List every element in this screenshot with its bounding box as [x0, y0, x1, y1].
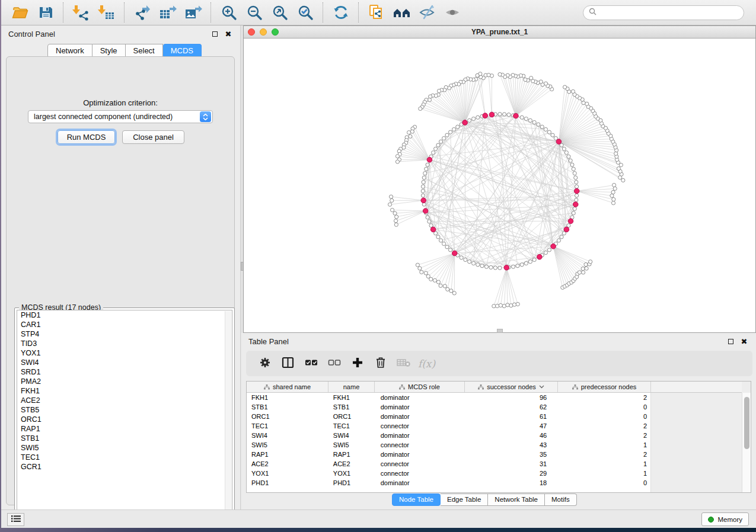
tab-node-table[interactable]: Node Table — [392, 493, 441, 506]
float-panel-button[interactable] — [210, 30, 219, 38]
cell-predecessor-nodes[interactable]: 2 — [557, 394, 650, 401]
cell-successor-nodes[interactable]: 29 — [464, 470, 557, 477]
column-header-name[interactable]: name — [328, 382, 375, 392]
cell-shared-name[interactable]: TEC1 — [247, 422, 328, 430]
cell-predecessor-nodes[interactable]: 2 — [557, 432, 650, 439]
cell-predecessor-nodes[interactable]: 1 — [557, 470, 650, 477]
cell-name[interactable]: STB1 — [328, 403, 375, 411]
cell-predecessor-nodes[interactable]: 0 — [557, 413, 650, 420]
tab-motifs[interactable]: Motifs — [545, 493, 577, 506]
cell-name[interactable]: ACE2 — [328, 460, 375, 467]
tab-edge-table[interactable]: Edge Table — [441, 493, 488, 506]
column-header-shared-name[interactable]: shared name — [247, 382, 328, 392]
cell-MCDS-role[interactable]: connector — [375, 422, 465, 430]
memory-button[interactable]: Memory — [701, 512, 749, 526]
cell-MCDS-role[interactable]: dominator — [375, 432, 465, 439]
table-row[interactable]: PHD1PHD1dominator180 — [247, 478, 650, 488]
cell-MCDS-role[interactable]: dominator — [375, 413, 465, 420]
table-row[interactable]: YOX1YOX1connector291 — [247, 469, 650, 478]
mcds-result-item[interactable]: SRD1 — [17, 367, 232, 377]
table-scrollbar[interactable] — [742, 393, 751, 492]
mcds-result-list[interactable]: PHD1CAR1STP4TID3YOX1SWI4SRD1PMA2FKH1ACE2… — [17, 310, 232, 527]
cell-name[interactable]: TEC1 — [328, 422, 375, 430]
mcds-result-item[interactable]: STB1 — [17, 434, 232, 443]
cell-successor-nodes[interactable]: 35 — [464, 451, 557, 458]
zoom-fit-button[interactable] — [267, 1, 292, 24]
horizontal-divider-handle[interactable] — [497, 329, 503, 333]
cell-MCDS-role[interactable]: dominator — [375, 451, 465, 458]
cell-MCDS-role[interactable]: connector — [375, 460, 465, 467]
cell-successor-nodes[interactable]: 18 — [464, 479, 557, 486]
network-window-titlebar[interactable]: YPA_prune.txt_1 — [244, 26, 755, 39]
cell-successor-nodes[interactable]: 47 — [464, 422, 557, 430]
cell-name[interactable]: PHD1 — [328, 479, 375, 486]
first-neighbors-button[interactable] — [389, 1, 414, 24]
mcds-result-item[interactable]: FKH1 — [17, 386, 232, 396]
network-graph[interactable] — [244, 39, 755, 332]
show-column-button[interactable] — [276, 353, 299, 374]
cell-successor-nodes[interactable]: 31 — [464, 460, 557, 467]
column-header-successor-nodes[interactable]: successor nodes — [465, 382, 558, 392]
close-table-panel-button[interactable]: ✖ — [739, 337, 749, 345]
tab-network-table[interactable]: Network Table — [488, 493, 545, 506]
cell-shared-name[interactable]: STB1 — [247, 403, 328, 411]
table-row[interactable]: FKH1FKH1dominator962 — [247, 393, 650, 402]
cell-predecessor-nodes[interactable]: 1 — [557, 460, 650, 467]
cell-shared-name[interactable]: PHD1 — [247, 479, 328, 486]
hide-selected-button[interactable] — [414, 1, 440, 24]
table-row[interactable]: SWI5SWI5connector431 — [247, 440, 650, 450]
mcds-result-item[interactable]: SWI4 — [17, 358, 232, 367]
search-field[interactable] — [583, 5, 744, 20]
cell-successor-nodes[interactable]: 46 — [464, 432, 557, 439]
add-column-button[interactable] — [346, 353, 369, 374]
cell-name[interactable]: ORC1 — [328, 413, 375, 420]
cell-name[interactable]: SWI4 — [328, 432, 375, 439]
zoom-in-button[interactable] — [216, 1, 241, 24]
open-file-button[interactable] — [7, 1, 33, 24]
cell-MCDS-role[interactable]: dominator — [375, 479, 465, 486]
cell-shared-name[interactable]: FKH1 — [247, 394, 328, 401]
function-builder-button[interactable]: f(x) — [415, 353, 438, 374]
mcds-result-item[interactable]: CAR1 — [17, 320, 232, 329]
optimization-criterion-select[interactable]: largest connected component (undirected) — [28, 110, 213, 123]
cell-successor-nodes[interactable]: 61 — [464, 413, 557, 420]
cell-MCDS-role[interactable]: connector — [375, 441, 465, 448]
mcds-result-item[interactable]: GCR1 — [17, 462, 232, 472]
cell-predecessor-nodes[interactable]: 0 — [557, 403, 650, 411]
run-mcds-button[interactable]: Run MCDS — [58, 130, 115, 144]
export-network-button[interactable] — [129, 1, 155, 24]
cell-shared-name[interactable]: ACE2 — [247, 460, 328, 467]
cell-predecessor-nodes[interactable]: 1 — [557, 441, 650, 448]
cell-predecessor-nodes[interactable]: 2 — [557, 451, 650, 458]
network-canvas[interactable] — [244, 39, 755, 332]
cell-MCDS-role[interactable]: connector — [375, 470, 465, 477]
float-table-panel-button[interactable] — [726, 337, 735, 345]
delete-column-button[interactable] — [369, 353, 392, 374]
select-all-button[interactable] — [299, 353, 323, 374]
mcds-result-item[interactable]: STP4 — [17, 329, 232, 339]
import-table-button[interactable] — [94, 1, 119, 24]
close-panel-action-button[interactable]: Close panel — [122, 130, 184, 144]
mcds-result-item[interactable]: RAP1 — [17, 424, 232, 434]
cell-shared-name[interactable]: RAP1 — [247, 451, 328, 458]
mcds-result-item[interactable]: ORC1 — [17, 415, 232, 424]
cell-MCDS-role[interactable]: dominator — [375, 394, 465, 401]
export-image-button[interactable] — [180, 1, 206, 24]
table-row[interactable]: ORC1ORC1dominator610 — [247, 412, 650, 421]
table-row[interactable]: STB1STB1dominator620 — [247, 402, 650, 412]
cell-name[interactable]: FKH1 — [328, 394, 375, 401]
save-session-button[interactable] — [33, 1, 58, 24]
cell-shared-name[interactable]: ORC1 — [247, 413, 328, 420]
show-log-button[interactable] — [7, 513, 24, 526]
close-panel-button[interactable]: ✖ — [224, 30, 233, 38]
zoom-selected-button[interactable] — [292, 1, 318, 24]
import-network-button[interactable] — [68, 1, 94, 24]
cell-name[interactable]: SWI5 — [328, 441, 375, 448]
cell-shared-name[interactable]: SWI5 — [247, 441, 328, 448]
column-header-predecessor-nodes[interactable]: predecessor nodes — [558, 382, 651, 392]
cell-shared-name[interactable]: SWI4 — [247, 432, 328, 439]
cell-predecessor-nodes[interactable]: 2 — [557, 422, 650, 430]
export-table-button[interactable] — [155, 1, 180, 24]
mcds-result-item[interactable]: PMA2 — [17, 377, 232, 386]
cell-shared-name[interactable]: YOX1 — [247, 470, 328, 477]
